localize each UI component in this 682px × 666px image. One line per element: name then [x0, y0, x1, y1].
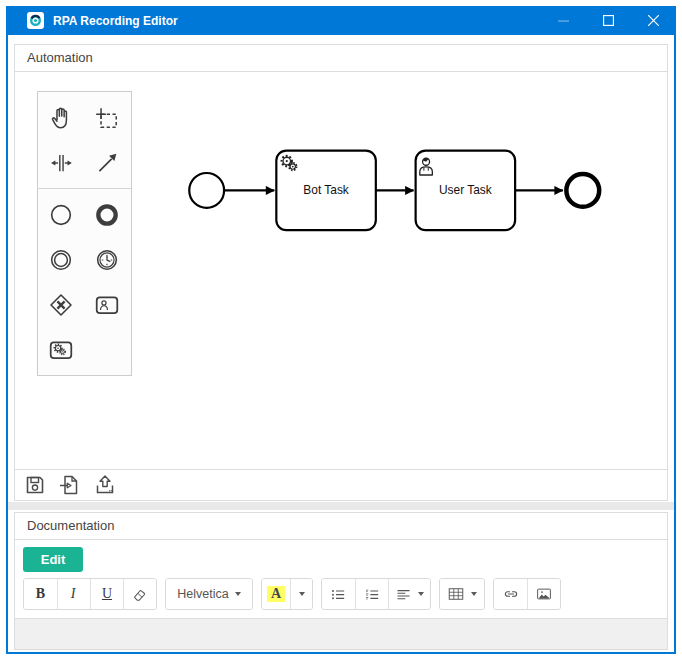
global-connect-tool[interactable] — [84, 140, 130, 185]
underline-glyph: U — [102, 586, 112, 602]
font-name-value: Helvetica — [177, 587, 228, 601]
titlebar: RPA Recording Editor — [6, 6, 676, 35]
lasso-icon — [94, 105, 120, 131]
hand-tool[interactable] — [38, 95, 84, 140]
create-timer-event[interactable] — [84, 237, 130, 282]
rich-text-toolbar: B I U Helvetica — [15, 578, 667, 618]
unordered-list-icon — [330, 586, 347, 603]
close-button[interactable] — [631, 6, 676, 35]
link-icon — [502, 585, 520, 603]
create-bot-task[interactable] — [38, 327, 84, 372]
window-controls — [541, 6, 676, 35]
automation-panel-title: Automation — [15, 45, 667, 72]
automation-footer-toolbar — [15, 469, 667, 500]
bot-task-node[interactable]: Bot Task — [276, 151, 375, 231]
end-event-node[interactable] — [566, 174, 599, 207]
space-tool[interactable] — [38, 140, 84, 185]
chevron-down-icon — [471, 592, 477, 596]
palette-separator — [38, 188, 131, 189]
close-icon — [648, 15, 659, 26]
create-intermediate-event[interactable] — [38, 237, 84, 282]
chevron-down-icon — [418, 592, 424, 596]
edit-button[interactable]: Edit — [23, 547, 83, 572]
font-color-button[interactable]: A — [262, 579, 290, 609]
create-user-task[interactable] — [84, 282, 130, 327]
create-start-event[interactable] — [38, 192, 84, 237]
link-button[interactable] — [494, 579, 527, 609]
table-button[interactable] — [440, 579, 484, 609]
font-color-dropdown[interactable] — [290, 579, 312, 609]
lasso-tool[interactable] — [84, 95, 130, 140]
space-tool-icon — [48, 150, 74, 176]
font-color-group: A — [261, 578, 313, 610]
gateway-icon — [48, 292, 74, 318]
maximize-icon — [603, 15, 614, 26]
client-area: Automation — [6, 35, 676, 654]
open-file-icon — [58, 473, 82, 497]
save-icon — [23, 473, 47, 497]
bot-task-icon — [48, 337, 74, 363]
paragraph-group — [321, 578, 431, 610]
bpmn-canvas[interactable]: Bot Task User Task — [15, 72, 667, 469]
export-icon — [93, 473, 117, 497]
automation-panel: Automation — [14, 44, 668, 501]
italic-glyph: I — [71, 586, 78, 602]
paragraph-align-button[interactable] — [388, 579, 430, 609]
save-button[interactable] — [22, 472, 48, 498]
panel-splitter — [8, 502, 674, 510]
edit-row: Edit — [15, 540, 667, 578]
app-logo-icon — [27, 12, 44, 29]
intermediate-event-icon — [48, 247, 74, 273]
user-task-icon — [94, 292, 120, 318]
bot-task-label: Bot Task — [303, 183, 349, 197]
insert-group — [493, 578, 561, 610]
chevron-down-icon — [235, 592, 241, 596]
unordered-list-button[interactable] — [322, 579, 355, 609]
underline-button[interactable]: U — [90, 579, 123, 609]
ordered-list-icon — [364, 586, 381, 603]
minimize-button[interactable] — [541, 6, 586, 35]
chevron-down-icon — [299, 592, 305, 596]
start-event-node[interactable] — [189, 173, 224, 208]
clear-formatting-button[interactable] — [123, 579, 156, 609]
maximize-button[interactable] — [586, 6, 631, 35]
timer-event-icon — [94, 247, 120, 273]
minimize-icon — [558, 15, 569, 26]
hand-icon — [48, 105, 74, 131]
user-task-label: User Task — [439, 183, 492, 197]
app-window: RPA Recording Editor Automation — [6, 6, 676, 654]
font-color-glyph: A — [267, 586, 285, 602]
create-gateway[interactable] — [38, 282, 84, 327]
ordered-list-button[interactable] — [355, 579, 388, 609]
bold-glyph: B — [36, 586, 45, 602]
table-icon — [447, 585, 465, 603]
documentation-panel: Documentation Edit B I U — [14, 512, 668, 650]
user-task-node[interactable]: User Task — [416, 151, 515, 231]
picture-icon — [535, 585, 553, 603]
palette — [37, 91, 132, 376]
table-group — [439, 578, 485, 610]
paragraph-align-icon — [395, 586, 412, 603]
export-button[interactable] — [92, 472, 118, 498]
eraser-icon — [131, 585, 149, 603]
open-button[interactable] — [57, 472, 83, 498]
documentation-panel-title: Documentation — [15, 513, 667, 540]
end-event-icon — [94, 202, 120, 228]
start-event-icon — [48, 202, 74, 228]
documentation-editor-area[interactable] — [15, 618, 667, 649]
font-name-select[interactable]: Helvetica — [166, 579, 252, 609]
connect-arrow-icon — [94, 150, 120, 176]
italic-button[interactable]: I — [57, 579, 90, 609]
bold-button[interactable]: B — [24, 579, 57, 609]
create-end-event[interactable] — [84, 192, 130, 237]
font-name-group: Helvetica — [165, 578, 253, 610]
picture-button[interactable] — [527, 579, 560, 609]
window-title: RPA Recording Editor — [53, 14, 541, 28]
font-style-group: B I U — [23, 578, 157, 610]
